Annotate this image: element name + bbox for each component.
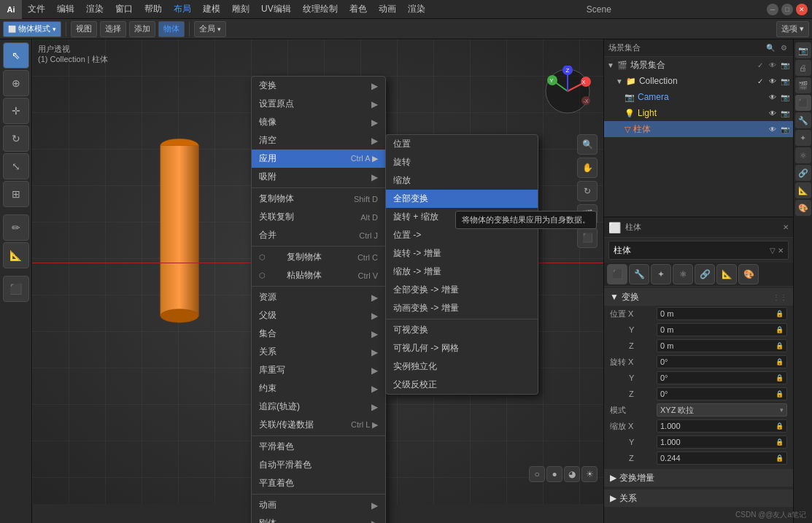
scene-eye-icon[interactable]: 👁 bbox=[767, 60, 778, 70]
rendered-btn[interactable]: ☀ bbox=[581, 466, 598, 482]
apply-rotation[interactable]: 旋转 bbox=[386, 153, 538, 171]
transform-tool[interactable]: ⊞ bbox=[3, 181, 29, 207]
menu-track[interactable]: 追踪(轨迹)▶ bbox=[252, 398, 385, 416]
menu-join[interactable]: 合并Ctrl J bbox=[252, 226, 385, 244]
outliner-cylinder[interactable]: ▽ 柱体 👁 📷 bbox=[604, 121, 793, 137]
light-eye-icon[interactable]: 👁 bbox=[767, 108, 778, 118]
camera-eye-icon[interactable]: 👁 bbox=[767, 92, 778, 102]
position-z-field[interactable]: 0 m🔒 bbox=[657, 339, 787, 352]
outliner-search-icon[interactable]: 🔍 bbox=[765, 43, 776, 53]
menu-apply[interactable]: 应用Ctrl A ▶ bbox=[252, 150, 385, 168]
annotate-tool[interactable]: ✏ bbox=[3, 214, 29, 241]
select-btn[interactable]: 选择 bbox=[100, 21, 126, 37]
close-btn[interactable]: ✕ bbox=[796, 4, 808, 15]
cylinder-eye-icon[interactable]: 👁 bbox=[767, 124, 778, 134]
menu-transform[interactable]: 变换▶ bbox=[252, 77, 385, 95]
menu-relations[interactable]: 关系▶ bbox=[252, 343, 385, 361]
zoom-icon[interactable]: 🔍 bbox=[577, 134, 598, 155]
outliner-filter-icon[interactable]: ⚙ bbox=[778, 43, 789, 53]
wireframe-btn[interactable]: ○ bbox=[529, 466, 545, 482]
menu-flat[interactable]: 平直着色 bbox=[252, 474, 385, 492]
menu-constraint[interactable]: 约束▶ bbox=[252, 379, 385, 398]
scale-y-field[interactable]: 1.000🔒 bbox=[657, 435, 787, 449]
rs-tab-view[interactable]: 🎬 bbox=[795, 77, 811, 93]
rs-tab-data[interactable]: 📐 bbox=[795, 182, 811, 198]
menu-smooth[interactable]: 平滑着色 bbox=[252, 438, 385, 456]
menu-shading[interactable]: 着色 bbox=[344, 0, 373, 18]
collection-eye-icon[interactable]: 👁 bbox=[767, 76, 778, 86]
menu-sculpt[interactable]: 雕刻 bbox=[226, 0, 255, 18]
object-btn[interactable]: 物体 bbox=[158, 21, 185, 37]
camera-render-icon[interactable]: 📷 bbox=[780, 92, 790, 102]
menu-asset[interactable]: 资源▶ bbox=[252, 288, 385, 306]
rs-tab-modifier[interactable]: 🔧 bbox=[795, 112, 811, 128]
apply-anim-delta[interactable]: 动画变换 -> 增量 bbox=[386, 299, 538, 317]
scale-z-field[interactable]: 0.244🔒 bbox=[657, 452, 787, 465]
props-tab-modifier[interactable]: 🔧 bbox=[629, 264, 649, 284]
scene-render-icon[interactable]: 📷 bbox=[780, 60, 790, 70]
rs-tab-physics[interactable]: ⚛ bbox=[795, 147, 811, 163]
viewport-canvas[interactable]: 用户透视 (1) Collection | 柱体 bbox=[32, 39, 603, 504]
orbit-icon[interactable]: ↻ bbox=[577, 181, 598, 201]
menu-animation[interactable]: 动画▶ bbox=[252, 496, 385, 514]
menu-linked-data[interactable]: 关联/传递数据Ctrl L ▶ bbox=[252, 416, 385, 434]
position-y-field[interactable]: 0 m🔒 bbox=[657, 323, 787, 336]
menu-texture[interactable]: 纹理绘制 bbox=[297, 0, 344, 18]
apply-scale[interactable]: 缩放 bbox=[386, 171, 538, 190]
menu-auto-smooth[interactable]: 自动平滑着色 bbox=[252, 456, 385, 474]
props-tab-constraints[interactable]: 🔗 bbox=[695, 264, 715, 284]
pan-icon[interactable]: ✋ bbox=[577, 158, 598, 178]
apply-visual-geo[interactable]: 可视几何 -> 网格 bbox=[386, 339, 538, 357]
add-btn[interactable]: 添加 bbox=[129, 21, 155, 37]
menu-copy-obj[interactable]: ⬡复制物体Ctrl C bbox=[252, 248, 385, 266]
menu-layout[interactable]: 布局 bbox=[168, 0, 197, 18]
props-tab-data[interactable]: 📐 bbox=[716, 264, 737, 284]
apply-rot-delta[interactable]: 旋转 -> 增量 bbox=[386, 244, 538, 263]
apply-visual[interactable]: 可视变换 bbox=[386, 321, 538, 339]
rotate-tool[interactable]: ↻ bbox=[3, 125, 29, 152]
menu-library[interactable]: 库重写▶ bbox=[252, 361, 385, 379]
relations-section-header[interactable]: ▶ 关系 bbox=[604, 489, 793, 507]
menu-animation[interactable]: 动画 bbox=[373, 0, 402, 18]
rs-tab-constraints[interactable]: 🔗 bbox=[795, 165, 811, 181]
apply-location-arrow[interactable]: 位置 -> bbox=[386, 226, 538, 244]
rotation-mode-select[interactable]: XYZ 欧拉▾ bbox=[657, 403, 787, 417]
minimize-btn[interactable]: ─ bbox=[767, 4, 778, 15]
camera-view-icon[interactable]: 🎬 bbox=[577, 204, 598, 225]
outliner-camera[interactable]: 📷 Camera 👁 📷 bbox=[604, 89, 793, 105]
menu-parent[interactable]: 父级▶ bbox=[252, 306, 385, 325]
apply-parent-inv[interactable]: 父级反校正 bbox=[386, 376, 538, 394]
menu-duplicate[interactable]: 复制物体Shift D bbox=[252, 190, 385, 208]
rotation-x-field[interactable]: 0°🔒 bbox=[657, 355, 787, 368]
rotation-y-field[interactable]: 0°🔒 bbox=[657, 371, 787, 384]
transform-section-header[interactable]: ▼ 变换 ⋮⋮ bbox=[604, 288, 793, 306]
scale-x-field[interactable]: 1.000🔒 bbox=[657, 419, 787, 433]
apply-location[interactable]: 位置 bbox=[386, 135, 538, 153]
apply-rot-scale[interactable]: 旋转 + 缩放 bbox=[386, 208, 538, 226]
mode-select[interactable]: ⬜ 物体模式 ▾ bbox=[3, 21, 61, 37]
menu-set-origin[interactable]: 设置原点▶ bbox=[252, 95, 385, 113]
menu-edit[interactable]: 编辑 bbox=[51, 0, 80, 18]
props-tab-particles[interactable]: ✦ bbox=[651, 264, 671, 284]
collection-render-icon[interactable]: 📷 bbox=[780, 76, 790, 86]
apply-all-delta[interactable]: 全部变换 -> 增量 bbox=[386, 281, 538, 299]
menu-uv[interactable]: UV编辑 bbox=[255, 0, 297, 18]
menu-file[interactable]: 文件 bbox=[22, 0, 51, 18]
cylinder-render-icon[interactable]: 📷 bbox=[780, 124, 790, 134]
select-tool[interactable]: ⇖ bbox=[3, 42, 29, 69]
solid-btn[interactable]: ● bbox=[546, 466, 562, 482]
add-cube-tool[interactable]: ⬛ bbox=[3, 276, 29, 302]
menu-render2[interactable]: 渲染 bbox=[402, 0, 431, 18]
menu-window[interactable]: 窗口 bbox=[109, 0, 139, 18]
menu-mirror[interactable]: 镜像▶ bbox=[252, 113, 385, 131]
menu-render[interactable]: 渲染 bbox=[80, 0, 109, 18]
light-render-icon[interactable]: 📷 bbox=[780, 108, 790, 118]
rotation-z-field[interactable]: 0°🔒 bbox=[657, 387, 787, 400]
apply-make-single[interactable]: 实例独立化 bbox=[386, 357, 538, 376]
outliner-collection[interactable]: ▼ 📁 Collection ✓ 👁 📷 bbox=[604, 73, 793, 89]
measure-tool[interactable]: 📐 bbox=[3, 242, 29, 268]
menu-paste-obj[interactable]: ⬡粘贴物体Ctrl V bbox=[252, 266, 385, 284]
menu-snap[interactable]: 吸附▶ bbox=[252, 168, 385, 186]
menu-help[interactable]: 帮助 bbox=[139, 0, 168, 18]
menu-collection[interactable]: 集合▶ bbox=[252, 325, 385, 343]
